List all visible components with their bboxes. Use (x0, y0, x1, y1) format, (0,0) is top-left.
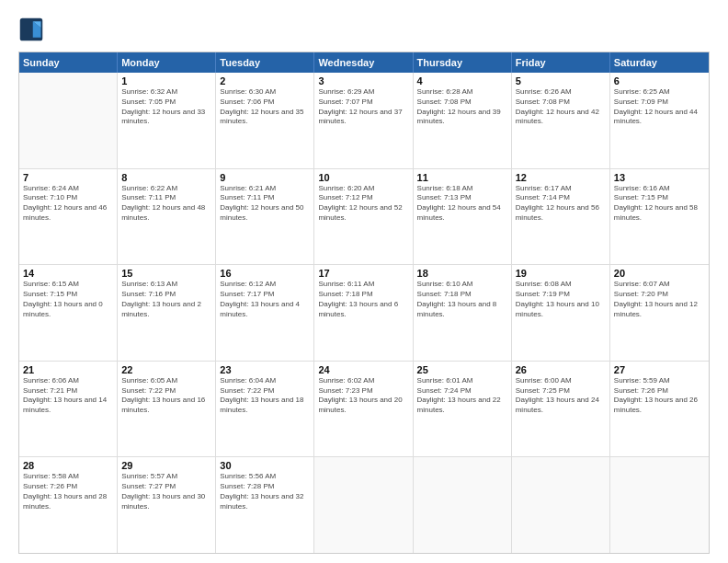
day-cell-19: 19Sunrise: 6:08 AM Sunset: 7:19 PM Dayli… (512, 265, 610, 361)
day-info: Sunrise: 6:21 AM Sunset: 7:11 PM Dayligh… (220, 184, 310, 224)
day-info: Sunrise: 6:20 AM Sunset: 7:12 PM Dayligh… (318, 184, 408, 224)
day-cell-23: 23Sunrise: 6:04 AM Sunset: 7:22 PM Dayli… (216, 362, 314, 457)
empty-cell (19, 73, 118, 168)
day-cell-17: 17Sunrise: 6:11 AM Sunset: 7:18 PM Dayli… (314, 265, 413, 361)
day-info: Sunrise: 6:17 AM Sunset: 7:14 PM Dayligh… (516, 184, 606, 224)
day-number: 20 (614, 268, 705, 279)
empty-cell (512, 457, 610, 553)
calendar-header: SundayMondayTuesdayWednesdayThursdayFrid… (19, 52, 709, 73)
day-info: Sunrise: 6:05 AM Sunset: 7:22 PM Dayligh… (121, 376, 211, 416)
day-number: 3 (318, 75, 408, 86)
day-info: Sunrise: 6:04 AM Sunset: 7:22 PM Dayligh… (220, 376, 310, 416)
day-info: Sunrise: 6:01 AM Sunset: 7:24 PM Dayligh… (417, 376, 507, 416)
day-info: Sunrise: 6:22 AM Sunset: 7:11 PM Dayligh… (121, 184, 211, 224)
day-number: 30 (220, 460, 310, 471)
day-number: 4 (417, 75, 507, 86)
header-day-saturday: Saturday (610, 52, 709, 73)
day-number: 14 (23, 268, 113, 279)
day-number: 18 (417, 268, 507, 279)
day-number: 13 (614, 172, 705, 183)
logo-icon (18, 17, 44, 42)
day-cell-16: 16Sunrise: 6:12 AM Sunset: 7:17 PM Dayli… (216, 265, 314, 361)
day-cell-26: 26Sunrise: 6:00 AM Sunset: 7:25 PM Dayli… (512, 362, 610, 457)
day-cell-10: 10Sunrise: 6:20 AM Sunset: 7:12 PM Dayli… (314, 169, 413, 265)
day-number: 21 (23, 364, 113, 375)
day-info: Sunrise: 6:11 AM Sunset: 7:18 PM Dayligh… (318, 280, 408, 319)
day-cell-8: 8Sunrise: 6:22 AM Sunset: 7:11 PM Daylig… (118, 169, 216, 265)
day-cell-7: 7Sunrise: 6:24 AM Sunset: 7:10 PM Daylig… (19, 169, 118, 265)
day-cell-1: 1Sunrise: 6:32 AM Sunset: 7:05 PM Daylig… (118, 73, 216, 168)
day-number: 10 (318, 172, 408, 183)
day-number: 16 (220, 268, 310, 279)
day-info: Sunrise: 6:13 AM Sunset: 7:16 PM Dayligh… (121, 280, 211, 319)
calendar: SundayMondayTuesdayWednesdayThursdayFrid… (18, 52, 710, 554)
empty-cell (314, 457, 413, 553)
day-cell-15: 15Sunrise: 6:13 AM Sunset: 7:16 PM Dayli… (118, 265, 216, 361)
day-number: 24 (318, 364, 408, 375)
day-number: 1 (121, 75, 211, 86)
day-number: 26 (516, 364, 606, 375)
header-day-wednesday: Wednesday (314, 52, 413, 73)
day-number: 25 (417, 364, 507, 375)
day-info: Sunrise: 6:24 AM Sunset: 7:10 PM Dayligh… (23, 184, 113, 224)
day-cell-30: 30Sunrise: 5:56 AM Sunset: 7:28 PM Dayli… (216, 457, 314, 553)
header-day-monday: Monday (118, 52, 216, 73)
day-info: Sunrise: 5:57 AM Sunset: 7:27 PM Dayligh… (121, 472, 211, 511)
day-number: 15 (121, 268, 211, 279)
day-info: Sunrise: 6:26 AM Sunset: 7:08 PM Dayligh… (516, 87, 606, 127)
calendar-row-4: 28Sunrise: 5:58 AM Sunset: 7:26 PM Dayli… (19, 457, 709, 553)
day-number: 12 (516, 172, 606, 183)
day-cell-5: 5Sunrise: 6:26 AM Sunset: 7:08 PM Daylig… (512, 73, 610, 168)
day-cell-4: 4Sunrise: 6:28 AM Sunset: 7:08 PM Daylig… (414, 73, 512, 168)
day-cell-3: 3Sunrise: 6:29 AM Sunset: 7:07 PM Daylig… (314, 73, 413, 168)
day-number: 17 (318, 268, 408, 279)
day-number: 29 (121, 460, 211, 471)
day-cell-14: 14Sunrise: 6:15 AM Sunset: 7:15 PM Dayli… (19, 265, 118, 361)
day-info: Sunrise: 6:02 AM Sunset: 7:23 PM Dayligh… (318, 376, 408, 416)
day-info: Sunrise: 6:16 AM Sunset: 7:15 PM Dayligh… (614, 184, 705, 224)
day-number: 2 (220, 75, 310, 86)
day-info: Sunrise: 6:15 AM Sunset: 7:15 PM Dayligh… (23, 280, 113, 319)
header-day-friday: Friday (512, 52, 610, 73)
calendar-row-2: 14Sunrise: 6:15 AM Sunset: 7:15 PM Dayli… (19, 265, 709, 362)
day-info: Sunrise: 5:58 AM Sunset: 7:26 PM Dayligh… (23, 472, 113, 511)
day-cell-22: 22Sunrise: 6:05 AM Sunset: 7:22 PM Dayli… (118, 362, 216, 457)
calendar-row-0: 1Sunrise: 6:32 AM Sunset: 7:05 PM Daylig… (19, 73, 709, 169)
day-info: Sunrise: 6:30 AM Sunset: 7:06 PM Dayligh… (220, 87, 310, 127)
day-info: Sunrise: 6:29 AM Sunset: 7:07 PM Dayligh… (318, 87, 408, 127)
day-number: 8 (121, 172, 211, 183)
header (18, 17, 710, 42)
day-number: 22 (121, 364, 211, 375)
day-number: 27 (614, 364, 705, 375)
day-info: Sunrise: 6:18 AM Sunset: 7:13 PM Dayligh… (417, 184, 507, 224)
day-cell-25: 25Sunrise: 6:01 AM Sunset: 7:24 PM Dayli… (414, 362, 512, 457)
day-cell-9: 9Sunrise: 6:21 AM Sunset: 7:11 PM Daylig… (216, 169, 314, 265)
header-day-tuesday: Tuesday (216, 52, 314, 73)
day-cell-6: 6Sunrise: 6:25 AM Sunset: 7:09 PM Daylig… (610, 73, 709, 168)
day-info: Sunrise: 6:12 AM Sunset: 7:17 PM Dayligh… (220, 280, 310, 319)
day-number: 28 (23, 460, 113, 471)
day-number: 6 (614, 75, 705, 86)
day-info: Sunrise: 6:10 AM Sunset: 7:18 PM Dayligh… (417, 280, 507, 319)
calendar-row-3: 21Sunrise: 6:06 AM Sunset: 7:21 PM Dayli… (19, 362, 709, 458)
day-cell-24: 24Sunrise: 6:02 AM Sunset: 7:23 PM Dayli… (314, 362, 413, 457)
logo (18, 17, 48, 42)
day-number: 19 (516, 268, 606, 279)
day-info: Sunrise: 6:08 AM Sunset: 7:19 PM Dayligh… (516, 280, 606, 319)
calendar-body: 1Sunrise: 6:32 AM Sunset: 7:05 PM Daylig… (19, 73, 709, 553)
day-number: 9 (220, 172, 310, 183)
header-day-thursday: Thursday (414, 52, 512, 73)
day-info: Sunrise: 5:59 AM Sunset: 7:26 PM Dayligh… (614, 376, 705, 416)
day-cell-20: 20Sunrise: 6:07 AM Sunset: 7:20 PM Dayli… (610, 265, 709, 361)
day-info: Sunrise: 6:32 AM Sunset: 7:05 PM Dayligh… (121, 87, 211, 127)
calendar-row-1: 7Sunrise: 6:24 AM Sunset: 7:10 PM Daylig… (19, 169, 709, 266)
day-cell-13: 13Sunrise: 6:16 AM Sunset: 7:15 PM Dayli… (610, 169, 709, 265)
day-info: Sunrise: 6:25 AM Sunset: 7:09 PM Dayligh… (614, 87, 705, 127)
day-cell-29: 29Sunrise: 5:57 AM Sunset: 7:27 PM Dayli… (118, 457, 216, 553)
page: SundayMondayTuesdayWednesdayThursdayFrid… (0, 0, 728, 563)
day-info: Sunrise: 6:00 AM Sunset: 7:25 PM Dayligh… (516, 376, 606, 416)
day-number: 7 (23, 172, 113, 183)
day-cell-21: 21Sunrise: 6:06 AM Sunset: 7:21 PM Dayli… (19, 362, 118, 457)
day-number: 23 (220, 364, 310, 375)
day-info: Sunrise: 6:07 AM Sunset: 7:20 PM Dayligh… (614, 280, 705, 319)
